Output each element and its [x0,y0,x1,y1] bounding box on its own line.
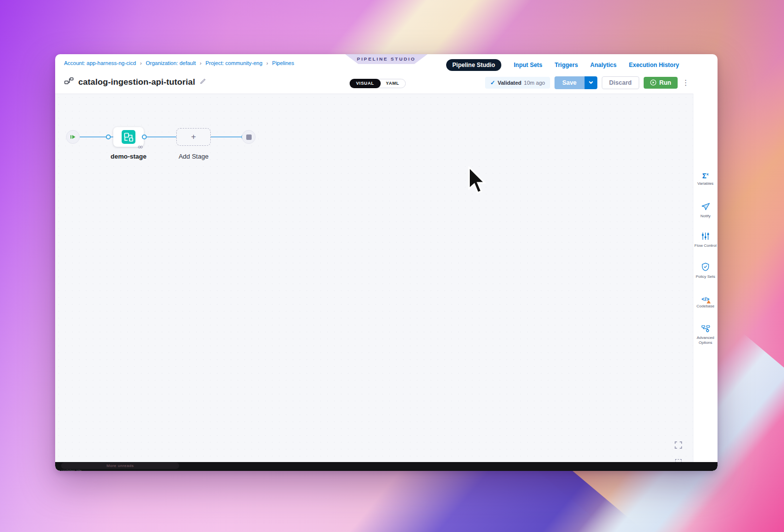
shield-check-icon [701,263,710,271]
stop-square-icon [246,134,252,140]
sidebar-item-codebase[interactable]: </> Codebase [693,294,718,309]
sidebar-item-label: Advanced Options [693,335,718,345]
pipeline-gear-icon [701,325,710,332]
save-button[interactable]: Save [555,76,585,89]
connector-dot[interactable] [106,134,111,139]
pipeline-studio-window: Account: app-harness-ng-cicd › Organizat… [55,54,718,471]
chevron-down-icon [588,81,593,84]
toggle-visual[interactable]: VISUAL [350,79,381,88]
pipeline-canvas[interactable]: + demo-stage Add Stage + − [55,94,693,462]
save-dropdown-button[interactable] [585,76,597,89]
page-title: catalog-ingestion-api-tutorial [78,77,195,87]
edit-pencil-icon[interactable] [199,78,206,87]
plus-icon: + [191,132,196,142]
sidebar-item-label: Notify [693,214,718,219]
sidebar-item-label: Policy Sets [693,274,718,279]
validated-time: 10m ago [524,80,545,86]
visual-yaml-toggle: VISUAL YAML [350,79,406,88]
breadcrumb-pipelines[interactable]: Pipelines [272,60,294,66]
pipeline-end-node[interactable] [242,130,256,144]
start-play-icon [70,134,76,140]
expand-icon [675,441,682,449]
run-play-icon [650,79,656,86]
header-actions: ✓ Validated 10m ago Save Discard Run ⋮ [485,76,688,89]
sidebar-item-label: Codebase [693,304,718,309]
sliders-icon [701,232,710,240]
tab-pipeline-studio[interactable]: Pipeline Studio [446,59,502,71]
breadcrumb-separator: › [140,60,142,66]
sidebar-item-policy-sets[interactable]: Policy Sets [693,263,718,279]
run-button[interactable]: Run [644,77,678,89]
save-split-button: Save [555,76,597,89]
stage-link-icon [138,142,143,151]
pipeline-start-node[interactable] [66,130,80,144]
check-icon: ✓ [490,79,495,86]
sidebar-item-label: Variables [693,181,718,186]
sidebar-item-flow-control[interactable]: Flow Control [693,232,718,248]
fit-to-screen-button[interactable] [672,439,684,451]
partial-channel-text: updates-ide [61,468,82,471]
sidebar-item-advanced-options[interactable]: Advanced Options [693,325,718,345]
breadcrumb-account[interactable]: Account: app-harness-ng-cicd [64,60,136,66]
background-app-strip: More unreads updates-ide [55,462,718,471]
warning-triangle-icon [707,300,711,303]
sidebar-item-notify[interactable]: Notify [693,202,718,219]
pipeline-connector-line [80,136,242,137]
sigma-x-icon: Σx [702,172,709,180]
more-options-menu[interactable]: ⋮ [682,79,688,86]
discard-button[interactable]: Discard [602,76,639,89]
tab-execution-history[interactable]: Execution History [629,62,679,68]
right-sidebar: Σx Variables Notify Flow Control [693,94,718,462]
breadcrumb-organization[interactable]: Organization: default [146,60,196,66]
custom-stage-icon [121,130,136,144]
add-stage-button[interactable]: + [176,128,211,146]
validated-status-badge: ✓ Validated 10m ago [485,77,550,89]
breadcrumb-separator: › [200,60,202,66]
validated-label: Validated [498,80,522,86]
tab-triggers[interactable]: Triggers [555,62,578,68]
sidebar-item-label: Flow Control [693,243,718,248]
code-icon: </> [702,297,710,302]
toggle-yaml[interactable]: YAML [380,79,405,88]
breadcrumb-project[interactable]: Project: community-eng [205,60,262,66]
tab-input-sets[interactable]: Input Sets [514,62,542,68]
breadcrumb-separator: › [266,60,268,66]
breadcrumb: Account: app-harness-ng-cicd › Organizat… [64,60,294,66]
add-stage-label: Add Stage [164,153,223,160]
top-nav: Pipeline Studio Input Sets Triggers Anal… [446,59,679,71]
sidebar-item-variables[interactable]: Σx Variables [693,171,718,186]
stage-label: demo-stage [99,153,158,160]
tab-analytics[interactable]: Analytics [590,62,617,68]
connector-dot[interactable] [142,134,147,139]
pipeline-graph-icon [64,77,74,88]
paper-plane-icon [701,202,710,211]
run-label: Run [659,79,671,86]
pipeline-title-group: catalog-ingestion-api-tutorial [64,77,206,88]
pipeline-studio-badge: PIPELINE STUDIO [345,54,427,64]
